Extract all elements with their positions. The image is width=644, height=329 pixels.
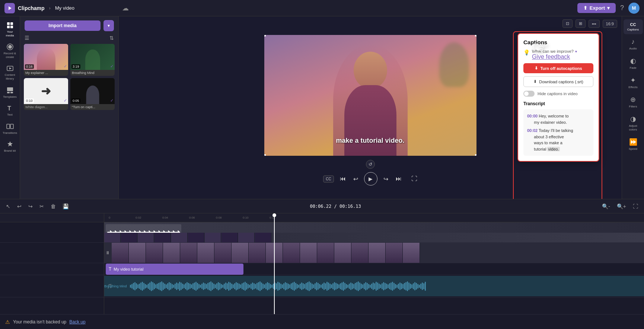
track-text[interactable]: T My video tutorial [104,263,644,275]
export-icon: ⬆ [583,5,587,11]
sidebar-right-item-adjust-colors[interactable]: ◑ Adjustcolors [624,112,643,134]
media-panel: Import media ▾ ☰ ⇅ 0:16 ✓ My explainer .… [20,16,119,199]
svg-rect-5 [10,26,13,28]
timeline-tracks: 0 0:02 0:04 0:06 0:08 0:10 0:12 [104,213,644,314]
audio-track-name: Breathing Mind [104,284,127,288]
current-time: 00:06.22 [310,204,331,209]
give-feedback-link[interactable]: Give feedback [532,54,577,60]
svg-rect-2 [7,22,10,25]
import-dropdown-button[interactable]: ▾ [103,20,114,31]
svg-rect-15 [10,124,13,129]
export-chevron: ▾ [607,5,610,11]
fade-right-icon: ◐ [630,57,636,65]
sidebar-item-your-media[interactable]: Your media [1,19,19,39]
media-item[interactable]: 3:19 ✓ Breathing Mind [70,44,115,76]
undo-button[interactable]: ↩ [16,202,23,211]
cut-button[interactable]: ✂ [38,202,45,211]
timeline-area: ↖ ↩ ↪ ✂ 🗑 💾 00:06.22 / 00:16.13 🔍- 🔍+ ⛶ [0,199,644,314]
track-arrows-overlay[interactable]: ➜ ➜ ➜ ➜ ➜ ➜ ➜ ➜ ➜ ➜ ➜ ➜ ➜ [104,222,644,243]
duration-badge: 0:16 [25,64,34,69]
media-thumb-dark: 0:05 ✓ [70,78,115,104]
sidebar-item-content-library[interactable]: Contentlibrary [1,62,19,83]
playhead-handle[interactable] [272,213,276,217]
resize-handle-tr[interactable] [475,35,476,36]
ruler-marks: 0 0:02 0:04 0:06 0:08 0:10 0:12 [109,216,296,219]
video-preview: make a tutorial video. ↺ [264,35,476,156]
media-thumb-explainer: 0:16 ✓ [24,44,68,70]
sidebar-item-transitions[interactable]: Transitions [1,120,19,137]
brand-kit-icon [6,141,14,148]
resize-handle-br[interactable] [475,154,476,156]
track-video[interactable]: ⏸ [104,243,644,263]
ruler-mark-4: 0:04 [162,216,189,219]
text-track-icon: T [109,267,111,272]
play-button[interactable]: ▶ [364,172,377,186]
project-title[interactable] [55,5,118,11]
track-audio[interactable]: 🎵 Breathing Mind [104,275,644,297]
fullscreen-button[interactable]: ⛶ [411,175,417,182]
forward-button[interactable]: ↪ [382,174,390,184]
media-item[interactable]: ➜ 0:10 ✓ White diagon... [24,78,68,110]
video-frame: make a tutorial video. [264,35,476,156]
redo-button[interactable]: ↪ [27,202,34,211]
sidebar-right-item-fade[interactable]: ◐ Fade [624,54,643,72]
rewind-button[interactable]: ↩ [352,174,360,184]
skip-back-button[interactable]: ⏮ [338,174,347,184]
sidebar-right-item-speed[interactable]: ⏩ Speed [624,135,643,154]
duration-badge: 0:10 [25,99,34,103]
transcript-time-2: 00:02 [527,128,538,133]
film-frame [163,243,180,263]
resize-handle-bl[interactable] [264,154,266,156]
download-icon: ⬇ [533,79,537,84]
zoom-in-button[interactable]: 🔍+ [615,202,628,211]
backup-link[interactable]: Back up [69,319,85,325]
sort-button[interactable]: ⇅ [109,35,114,41]
adjust-colors-right-icon: ◑ [630,115,636,123]
skip-forward-button[interactable]: ⏭ [394,174,403,184]
hide-captions-row: Hide captions in video [523,91,593,97]
feedback-question[interactable]: What can we improve? [532,49,574,54]
more-options-button[interactable]: ••• [589,20,600,28]
svg-text:T: T [7,105,11,112]
sidebar-item-record-create[interactable]: Record &create [1,41,19,61]
select-tool-button[interactable]: ↖ [4,202,12,211]
sidebar-item-templates[interactable]: Templates [1,84,19,101]
check-mark: ✓ [110,64,114,69]
zoom-out-button[interactable]: 🔍- [600,202,612,211]
sidebar-right-item-filters[interactable]: ⊕ Filters [624,93,643,111]
resize-handle-tl[interactable] [264,35,266,36]
hide-captions-toggle[interactable] [523,91,535,97]
svg-rect-11 [7,92,10,93]
delete-button[interactable]: 🗑 [49,202,57,211]
feedback-section: 💡 What can we improve? ▾ Give feedback [523,49,593,60]
sidebar-right-item-effects[interactable]: ✦ Effects [624,73,643,92]
download-captions-button[interactable]: ⬇ Download captions (.srt) [523,76,593,87]
bottom-bar: ⚠ Your media isn't backed up Back up [0,314,644,329]
save-button[interactable]: 💾 [61,202,70,211]
media-item[interactable]: 0:16 ✓ My explainer ... [24,44,68,76]
sidebar-item-text[interactable]: T Text [1,102,19,119]
media-thumb-white: ➜ 0:10 ✓ [24,78,68,104]
app-logo[interactable]: Clipchamp [4,3,45,13]
rotate-button[interactable]: ↺ [366,160,375,169]
fit-button[interactable]: ⊞ [576,19,586,28]
import-media-button[interactable]: Import media [25,20,101,31]
check-mark: ✓ [110,98,114,103]
export-button[interactable]: ⬆ Export ▾ [577,3,616,13]
crop-button[interactable]: ⊡ [562,19,573,28]
turn-off-autocaptions-button[interactable]: ⬇ Turn off autocaptions [523,63,593,73]
sidebar-right-item-audio[interactable]: ♪ Audio [624,35,643,53]
media-item[interactable]: 0:05 ✓ "Turn on capti... [70,78,115,110]
filters-right-label: Filters [629,105,637,108]
cc-toggle-button[interactable]: CC [323,175,334,183]
user-avatar[interactable]: M [628,3,640,14]
playhead[interactable] [274,213,275,314]
sidebar-item-brand-kit[interactable]: Brand kit [1,138,19,155]
sidebar-label-transitions: Transitions [3,131,17,135]
transitions-icon [6,123,14,130]
help-icon[interactable]: ? [620,4,624,12]
sidebar-right-item-captions[interactable]: CC Captions [624,19,643,34]
film-frame [317,243,334,263]
fit-timeline-button[interactable]: ⛶ [631,202,640,211]
filter-button[interactable]: ☰ [25,35,29,41]
